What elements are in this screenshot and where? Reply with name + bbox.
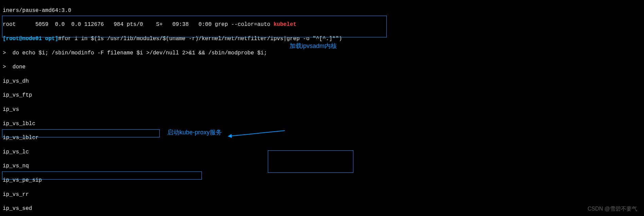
ps-output-line: root 5059 0.0 0.0 112676 984 pts/0 S+ 09… xyxy=(3,21,296,28)
annotation-proxy: 启动kube-proxy服务 xyxy=(167,129,222,136)
module-line: ip_vs_pe_sip xyxy=(3,177,42,183)
module-line: ip_vs_dh xyxy=(3,78,29,84)
prompt: [root@node01 opt] xyxy=(3,36,58,42)
grep-match: kubelet xyxy=(274,21,296,28)
watermark: CSDN @雪碧不要气 xyxy=(588,205,637,213)
annotation-ipvs: 加载ipvsadm内核 xyxy=(290,42,337,50)
module-line: ip_vs_rr xyxy=(3,192,29,198)
continuation-line: > done xyxy=(3,64,25,70)
command-text: for i in $(ls /usr/lib/modules/$(uname -… xyxy=(62,36,342,42)
continuation-line: > do echo $i; /sbin/modinfo -F filename … xyxy=(3,50,267,56)
module-line: ip_vs_lc xyxy=(3,149,29,155)
prompt-line: [root@node01 opt]#for i in $(ls /usr/lib… xyxy=(3,36,342,42)
module-line: ip_vs_lblc xyxy=(3,121,35,127)
output-line: iners/pause-amd64:3.0 xyxy=(3,7,71,14)
module-line: ip_vs_ftp xyxy=(3,92,32,98)
module-line: ip_vs_nq xyxy=(3,163,29,169)
module-line: ip_vs_lblcr xyxy=(3,135,39,141)
terminal[interactable]: iners/pause-amd64:3.0 root 5059 0.0 0.0 … xyxy=(0,0,644,216)
module-line: ip_vs xyxy=(3,106,19,113)
module-line: ip_vs_sed xyxy=(3,205,32,212)
